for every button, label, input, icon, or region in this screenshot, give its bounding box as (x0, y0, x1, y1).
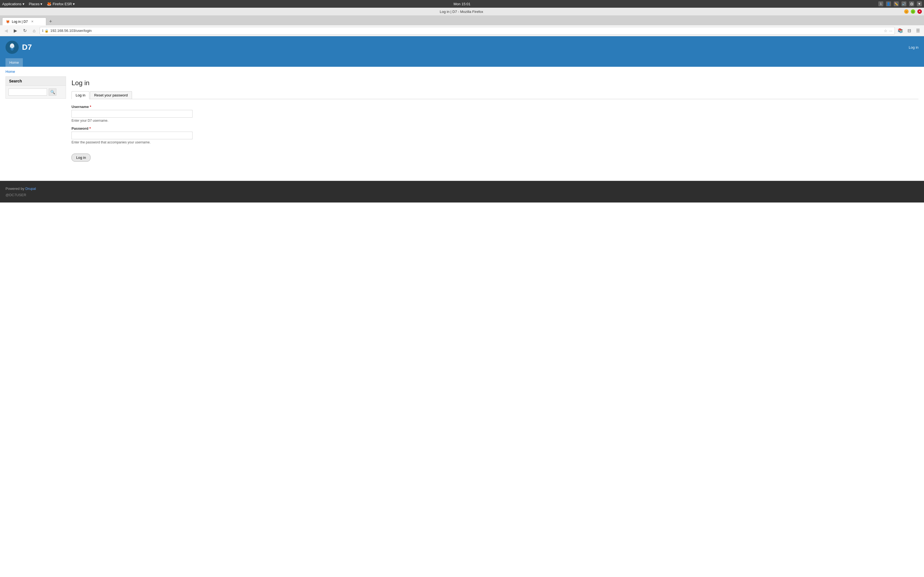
window-minimize[interactable]: – (904, 9, 909, 14)
login-form-area: Log in Log in Reset your password Userna… (71, 76, 919, 170)
site-name: D7 (22, 43, 32, 52)
browser-titlebar: Log in | D7 - Mozilla Firefox – □ ✕ (0, 8, 924, 15)
password-input[interactable] (71, 132, 192, 139)
os-topbar: Applications ▾ Places ▾ 🦊 Firefox ESR ▾ … (0, 0, 924, 8)
window-maximize[interactable]: □ (911, 9, 915, 14)
svg-point-3 (11, 46, 13, 48)
hamburger-menu-icon[interactable]: ☰ (914, 27, 922, 35)
username-required: * (90, 105, 91, 109)
tab-bar: 🦊 Log in | D7 ✕ + (0, 15, 924, 25)
search-submit-button[interactable]: 🔍 (48, 89, 57, 96)
header-login-link[interactable]: Log in (909, 45, 919, 50)
footer-user: @DC7USER (5, 193, 919, 197)
password-hint: Enter the password that accompanies your… (71, 140, 919, 144)
breadcrumb: Home (0, 67, 924, 76)
lock-icon: 🔒 (45, 29, 48, 33)
username-input[interactable] (71, 110, 192, 118)
window-close[interactable]: ✕ (918, 9, 922, 14)
site-content: D7 Log in Home Home Search (0, 36, 924, 577)
footer-powered: Powered by Drupal (5, 187, 919, 191)
site-main: Search 🔍 Log in Log in Reset your passwo… (0, 76, 924, 170)
login-tab-login[interactable]: Log in (71, 91, 89, 99)
places-menu[interactable]: Places ▾ (29, 2, 43, 6)
site-logo (5, 41, 19, 54)
tab-label: Log in | D7 (12, 20, 28, 24)
site-header: D7 Log in (0, 36, 924, 58)
site-nav: Home (0, 58, 924, 67)
tab-close-button[interactable]: ✕ (31, 20, 34, 23)
password-group: Password * Enter the password that accom… (71, 126, 919, 144)
more-options-icon[interactable]: ··· (889, 29, 892, 33)
login-tab-reset[interactable]: Reset your password (90, 91, 132, 99)
os-clock: Mon 15:01 (454, 2, 470, 6)
nav-bar: ◀ ▶ ↻ ⌂ ℹ 🔒 192.168.56.103/user/login ☆ … (0, 25, 924, 36)
secure-icon: ℹ (42, 29, 44, 33)
login-title: Log in (71, 79, 919, 87)
sidebar-toggle-icon[interactable]: ⊟ (905, 27, 913, 35)
os-icon-users[interactable]: 👤 (886, 2, 891, 6)
forward-button[interactable]: ▶ (11, 27, 19, 35)
site-header-links: Log in (909, 45, 919, 50)
search-block-title: Search (6, 77, 66, 86)
address-bar[interactable]: ℹ 🔒 192.168.56.103/user/login ☆ ··· (40, 27, 895, 35)
login-tabs: Log in Reset your password (71, 91, 919, 99)
sidebar: Search 🔍 (5, 76, 66, 170)
bookmark-star-icon[interactable]: ☆ (884, 29, 887, 33)
browser-tab-active[interactable]: 🦊 Log in | D7 ✕ (2, 18, 46, 25)
login-submit-button[interactable]: Log in (71, 153, 90, 161)
reload-button[interactable]: ↻ (21, 27, 29, 35)
os-icon-edit[interactable]: ✏️ (894, 2, 899, 6)
home-button[interactable]: ⌂ (30, 27, 38, 35)
os-icon-power[interactable]: ⏻ (909, 2, 914, 6)
back-button[interactable]: ◀ (2, 27, 10, 35)
os-icon-menu[interactable]: ▼ (917, 2, 922, 6)
username-hint: Enter your D7 username. (71, 119, 919, 122)
breadcrumb-home-link[interactable]: Home (5, 69, 15, 74)
bookmarks-icon[interactable]: 📚 (897, 27, 904, 35)
nav-item-home[interactable]: Home (5, 58, 23, 67)
tab-favicon: 🦊 (6, 20, 10, 24)
username-label: Username * (71, 105, 919, 109)
search-input[interactable] (8, 89, 47, 96)
applications-menu[interactable]: Applications ▾ (2, 2, 24, 6)
os-icon-volume[interactable]: 🔊 (901, 2, 906, 6)
address-text: 192.168.56.103/user/login (50, 29, 882, 33)
new-tab-button[interactable]: + (47, 18, 54, 25)
browser-window: Log in | D7 - Mozilla Firefox – □ ✕ 🦊 Lo… (0, 8, 924, 577)
username-group: Username * Enter your D7 username. (71, 105, 919, 122)
password-required: * (89, 126, 91, 131)
browser-title: Log in | D7 - Mozilla Firefox (19, 10, 904, 14)
password-label: Password * (71, 126, 919, 131)
os-icon-1[interactable]: 1 (878, 2, 883, 6)
site-footer: Powered by Drupal @DC7USER (0, 181, 924, 203)
drupal-link[interactable]: Drupal (25, 187, 36, 191)
firefox-menu[interactable]: 🦊 Firefox ESR ▾ (47, 2, 75, 6)
search-block: Search 🔍 (5, 76, 66, 98)
